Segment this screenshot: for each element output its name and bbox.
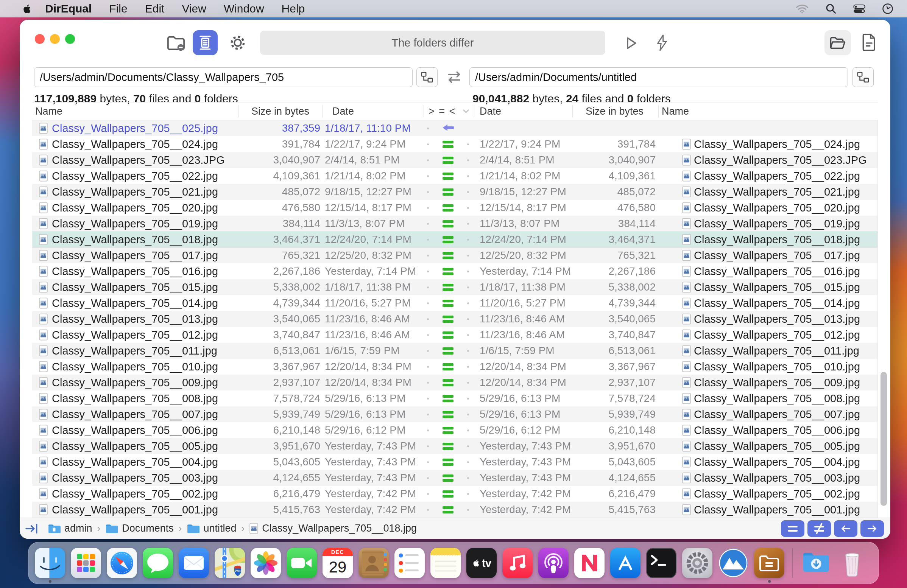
table-row[interactable]: Classy_Wallpapers_705__007.jpg 5,939,749… [32, 406, 878, 422]
right-file-size: 5,338,002 [573, 281, 659, 293]
left-file-name: Classy_Wallpapers_705__008.jpg [52, 392, 218, 405]
table-row[interactable]: Classy_Wallpapers_705__023.JPG 3,040,907… [32, 152, 878, 168]
breadcrumb-item-documents[interactable]: Documents [105, 522, 174, 534]
table-row[interactable]: Classy_Wallpapers_705__013.jpg 3,540,065… [32, 311, 878, 327]
menu-file[interactable]: File [109, 2, 127, 15]
table-row[interactable]: Classy_Wallpapers_705__025.jpg 387,359 1… [32, 120, 878, 136]
menu-help[interactable]: Help [282, 2, 305, 15]
table-row[interactable]: Classy_Wallpapers_705__009.jpg 2,937,107… [32, 375, 878, 390]
compare-dot-right [467, 461, 469, 463]
breadcrumb-item-file[interactable]: Classy_Wallpapers_705__018.jpg [250, 522, 417, 534]
settings-gear-icon[interactable] [229, 34, 247, 51]
table-row[interactable]: Classy_Wallpapers_705__008.jpg 7,578,724… [32, 390, 878, 406]
table-row[interactable]: Classy_Wallpapers_705__001.jpg 5,415,763… [32, 502, 878, 518]
menu-app-name[interactable]: DirEqual [45, 2, 91, 15]
right-choose-folder-button[interactable] [853, 67, 874, 87]
dock-notes[interactable] [430, 548, 461, 578]
dock-music[interactable] [502, 548, 533, 578]
table-row[interactable]: Classy_Wallpapers_705__003.jpg 4,124,655… [32, 470, 878, 486]
table-row[interactable]: Classy_Wallpapers_705__010.jpg 3,367,967… [32, 359, 878, 375]
menu-view[interactable]: View [182, 2, 206, 15]
table-row[interactable]: Classy_Wallpapers_705__011.jpg 6,513,061… [32, 343, 878, 359]
table-row[interactable]: Classy_Wallpapers_705__024.jpg 391,784 1… [32, 136, 878, 152]
table-row[interactable]: Classy_Wallpapers_705__012.jpg 3,740,847… [32, 327, 878, 343]
dock-mail[interactable] [179, 548, 209, 578]
run-compare-button[interactable] [622, 35, 639, 51]
reveal-in-finder-icon[interactable] [24, 522, 39, 535]
dock-trash[interactable] [837, 548, 867, 578]
dock-contacts[interactable] [359, 548, 389, 578]
table-row[interactable]: Classy_Wallpapers_705__006.jpg 6,210,148… [32, 422, 878, 438]
filter-equal-button[interactable] [781, 520, 804, 537]
menu-edit[interactable]: Edit [145, 2, 165, 15]
table-row[interactable]: Classy_Wallpapers_705__014.jpg 4,739,344… [32, 295, 878, 311]
menu-window[interactable]: Window [224, 2, 264, 15]
breadcrumb-item-admin[interactable]: admin [48, 522, 92, 534]
dock-safari[interactable] [107, 548, 137, 578]
header-date-left[interactable]: Date [322, 105, 424, 117]
dock-photos[interactable] [251, 548, 281, 578]
left-path-field[interactable]: /Users/admin/Documents/Classy_Wallpapers… [34, 67, 413, 87]
zoom-button[interactable] [65, 34, 75, 44]
compare-view-button[interactable] [193, 30, 218, 55]
table-row[interactable]: Classy_Wallpapers_705__016.jpg 2,267,186… [32, 264, 878, 279]
filter-not-equal-button[interactable] [808, 520, 831, 537]
table-row[interactable]: Classy_Wallpapers_705__005.jpg 3,951,670… [32, 438, 878, 454]
table-row[interactable]: Classy_Wallpapers_705__017.jpg 765,321 1… [32, 248, 878, 264]
clock-icon[interactable] [882, 3, 893, 14]
dock-reminders[interactable] [394, 548, 425, 578]
compare-dot-left [427, 318, 429, 320]
table-row[interactable]: Classy_Wallpapers_705__004.jpg 5,043,605… [32, 454, 878, 470]
dock-app-store[interactable] [610, 548, 641, 578]
left-file-date: 9/18/15, 12:27 PM [322, 186, 424, 198]
dock-maps[interactable]: 280 [215, 548, 245, 578]
right-path-field[interactable]: /Users/admin/Documents/untitled [470, 67, 848, 87]
dock-calendar[interactable]: DEC 29 [322, 548, 353, 578]
table-row[interactable]: Classy_Wallpapers_705__015.jpg 5,338,002… [32, 279, 878, 295]
header-name-right[interactable]: Name [659, 105, 878, 117]
right-file-name: Classy_Wallpapers_705__001.jpg [694, 503, 860, 516]
dock-facetime[interactable] [287, 548, 317, 578]
compare-dot-left [427, 302, 429, 304]
copy-left-button[interactable] [834, 520, 857, 537]
table-row[interactable]: Classy_Wallpapers_705__020.jpg 476,580 1… [32, 200, 878, 216]
swap-panes-icon[interactable] [444, 70, 464, 85]
dock-downloads[interactable] [801, 548, 831, 578]
header-name-left[interactable]: Name [32, 105, 239, 117]
dock-mountain-app[interactable] [718, 548, 748, 578]
vertical-scrollbar[interactable] [880, 372, 887, 506]
header-date-right[interactable]: Date [474, 105, 573, 117]
dock-podcasts[interactable] [538, 548, 569, 578]
header-size-left[interactable]: Size in bytes [239, 105, 322, 117]
dock-launchpad[interactable] [71, 548, 101, 578]
quick-compare-bolt-button[interactable] [654, 34, 670, 51]
compare-cell [424, 157, 474, 164]
header-size-right[interactable]: Size in bytes [573, 105, 659, 117]
dock-apple-tv[interactable]: tv [466, 548, 497, 578]
search-icon[interactable] [825, 3, 836, 14]
dock-messages[interactable] [143, 548, 173, 578]
dock-terminal[interactable] [646, 548, 676, 578]
table-row[interactable]: Classy_Wallpapers_705__021.jpg 485,072 9… [32, 184, 878, 200]
apple-menu-icon[interactable] [22, 4, 32, 14]
dock-finder[interactable] [35, 548, 65, 578]
table-row[interactable]: Classy_Wallpapers_705__022.jpg 4,109,361… [32, 168, 878, 184]
copy-right-button[interactable] [861, 520, 884, 537]
exclude-folder-button[interactable] [167, 34, 186, 51]
dock-direqual[interactable] [754, 548, 784, 578]
control-center-icon[interactable] [853, 4, 865, 14]
table-row[interactable]: Classy_Wallpapers_705__002.jpg 6,216,479… [32, 486, 878, 502]
close-button[interactable] [35, 34, 45, 44]
header-compare[interactable]: > = < [424, 105, 474, 117]
minimize-button[interactable] [50, 34, 60, 44]
dock-news[interactable] [574, 548, 604, 578]
wifi-icon[interactable] [796, 4, 809, 14]
table-row[interactable]: Classy_Wallpapers_705__018.jpg 3,464,371… [32, 232, 878, 248]
table-row[interactable]: Classy_Wallpapers_705__019.jpg 384,114 1… [32, 216, 878, 232]
dock-system-preferences[interactable] [682, 548, 712, 578]
right-file-size: 3,040,907 [573, 154, 659, 166]
breadcrumb-item-untitled[interactable]: untitled [187, 522, 236, 534]
reveal-folder-button[interactable] [824, 30, 851, 55]
report-document-button[interactable] [861, 33, 878, 51]
left-choose-folder-button[interactable] [417, 67, 437, 87]
